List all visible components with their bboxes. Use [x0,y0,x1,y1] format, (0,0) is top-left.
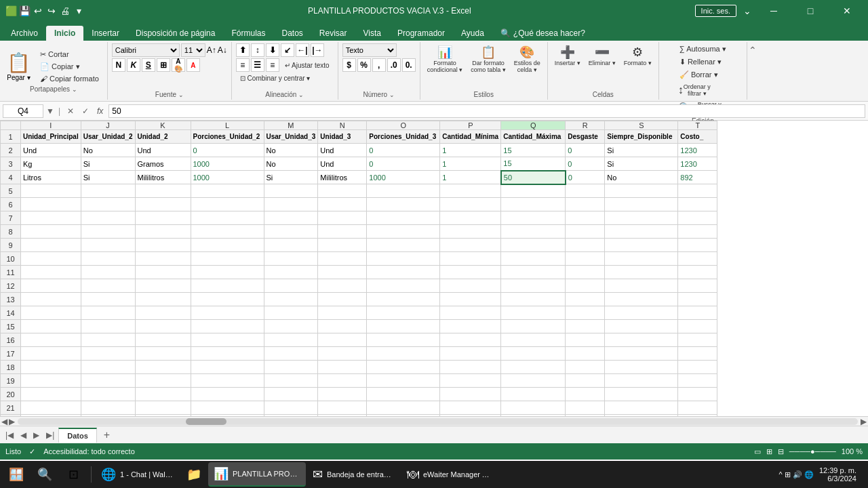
tab-insertar[interactable]: Insertar [83,26,127,41]
header-N1[interactable]: Unidad_3 [318,130,367,144]
header-O1[interactable]: Porciones_Unidad_3 [367,130,440,144]
tab-archivo[interactable]: Archivo [3,26,46,41]
cell-P4[interactable]: 1 [440,171,501,184]
col-header-N[interactable]: N [318,121,367,130]
copy-button[interactable]: 📄 Copiar ▾ [36,61,103,73]
cell-P2[interactable]: 1 [440,144,501,157]
cell-N3[interactable]: Und [318,157,367,171]
cell-Q3[interactable]: 15 [501,157,566,171]
align-center-button[interactable]: ☰ [251,58,264,72]
cut-button[interactable]: ✂ Cortar [36,49,103,60]
print-icon[interactable]: 🖨 [60,5,71,16]
cell-S3[interactable]: Si [605,157,678,171]
taskbar-explorer-button[interactable]: 📁 [181,462,207,487]
taskbar-edge-button[interactable]: 🌐 1 - Chat | WaliC... [96,462,180,487]
sort-filter-button[interactable]: ↕ Ordenar yfiltrar ▾ [675,82,716,98]
cell-J3[interactable]: Si [81,157,135,171]
cell-I3[interactable]: Kg [21,157,81,171]
zoom-slider[interactable]: ────●──── [789,447,836,455]
merge-center-button[interactable]: ⊡ Combinar y centrar ▾ [236,73,315,83]
align-middle-button[interactable]: ↕ [251,43,264,57]
view-layout-icon[interactable]: ⊞ [766,447,772,456]
cell-Q2[interactable]: 15 [501,144,566,157]
cell-O4[interactable]: 1000 [367,171,440,184]
cell-T2[interactable]: 1230 [678,144,717,157]
align-right-button[interactable]: ≡ [266,58,279,72]
cell-K4[interactable]: Mililitros [135,171,191,184]
ribbon-collapse[interactable]: ⌃ [747,42,758,100]
confirm-formula-button[interactable]: ✓ [79,106,92,116]
scroll-right-end-arrow[interactable]: ▶ [861,417,867,426]
underline-button[interactable]: S [142,58,155,72]
tab-vista[interactable]: Vista [355,26,389,41]
cell-Q4[interactable]: 50 [501,171,566,184]
format-painter-button[interactable]: 🖌 Copiar formato [36,73,103,84]
view-normal-icon[interactable]: ▭ [754,447,761,456]
percent-button[interactable]: % [357,58,371,72]
nav-prev-sheet-button[interactable]: ◀ [18,430,29,440]
cell-M3[interactable]: No [264,157,318,171]
clear-button[interactable]: 🧹 Borrar ▾ [675,69,722,81]
close-button[interactable]: ✕ [831,0,863,22]
cancel-formula-button[interactable]: ✕ [64,106,77,116]
scroll-left-arrow[interactable]: ◀ [1,417,7,426]
wrap-text-button[interactable]: ↵ Ajustar texto [281,60,334,70]
taskbar-ewaiter-button[interactable]: 🍽 eWaiter Manager A... [401,462,496,487]
undo-icon[interactable]: ↩ [33,5,43,16]
header-J1[interactable]: Usar_Unidad_2 [81,130,135,144]
header-M1[interactable]: Usar_Unidad_3 [264,130,318,144]
cell-styles-button[interactable]: 🎨 Estilos decelda ▾ [511,43,543,75]
align-top-button[interactable]: ⬆ [236,43,250,57]
header-T1[interactable]: Costo_ [678,130,717,144]
col-header-P[interactable]: P [440,121,501,130]
header-R1[interactable]: Desgaste [566,130,605,144]
col-header-Q[interactable]: Q [501,121,566,130]
header-Q1[interactable]: Cantidad_Máxima [501,130,566,144]
increase-font-button[interactable]: A↑ [207,45,216,55]
font-name-select[interactable]: Calibri [112,43,180,57]
tab-search[interactable]: 🔍 ¿Qué desea hacer? [492,26,593,41]
tab-revisar[interactable]: Revisar [311,26,355,41]
view-break-icon[interactable]: ⊟ [778,447,784,456]
start-button[interactable]: 🪟 [3,462,30,487]
indent-decrease-button[interactable]: ←| [296,43,309,57]
cell-M4[interactable]: Si [264,171,318,184]
cell-J2[interactable]: No [81,144,135,157]
conditional-format-button[interactable]: 📊 Formatocondicional ▾ [425,43,466,75]
cell-L4[interactable]: 1000 [191,171,264,184]
sheet-area[interactable]: I J K L M N O P Q R S T 1 Uni [0,121,868,416]
cell-K3[interactable]: Gramos [135,157,191,171]
col-header-T[interactable]: T [678,121,717,130]
pin-icon[interactable]: ▾ [73,5,84,16]
col-header-I[interactable]: I [21,121,81,130]
tab-formulas[interactable]: Fórmulas [223,26,273,41]
cell-K2[interactable]: Und [135,144,191,157]
tab-disposicion[interactable]: Disposición de página [127,26,223,41]
decrease-font-button[interactable]: A↓ [218,45,227,55]
taskbar-excel-button[interactable]: 📊 PLANTILLA PRODU... [208,462,306,487]
delete-button[interactable]: ➖ Eliminar ▾ [586,43,618,68]
nav-last-sheet-button[interactable]: ▶| [43,430,57,440]
minimize-button[interactable]: ─ [758,0,789,22]
italic-button[interactable]: K [127,58,140,72]
decimal-increase-button[interactable]: .0 [387,58,401,72]
system-tray-icons[interactable]: ^ ⊞ 🔊 🌐 [779,470,814,479]
minimize-ribbon-icon[interactable]: ⌄ [742,5,753,16]
nav-first-sheet-button[interactable]: |◀ [3,430,16,440]
search-button[interactable]: 🔍 [31,462,58,487]
redo-icon[interactable]: ↪ [46,5,57,16]
add-sheet-button[interactable]: + [98,429,115,441]
cell-reference-input[interactable] [3,104,43,118]
col-header-L[interactable]: L [191,121,264,130]
cell-I2[interactable]: Und [21,144,81,157]
currency-button[interactable]: $ [342,58,356,72]
fill-color-button[interactable]: A🎨 [172,58,185,72]
maximize-button[interactable]: □ [795,0,826,22]
cell-L3[interactable]: 1000 [191,157,264,171]
fill-button[interactable]: ⬇ Rellenar ▾ [675,56,726,68]
header-P1[interactable]: Cantidad_Mínima [440,130,501,144]
scroll-track[interactable] [18,418,858,425]
cell-S2[interactable]: Si [605,144,678,157]
col-header-K[interactable]: K [135,121,191,130]
cell-P3[interactable]: 1 [440,157,501,171]
